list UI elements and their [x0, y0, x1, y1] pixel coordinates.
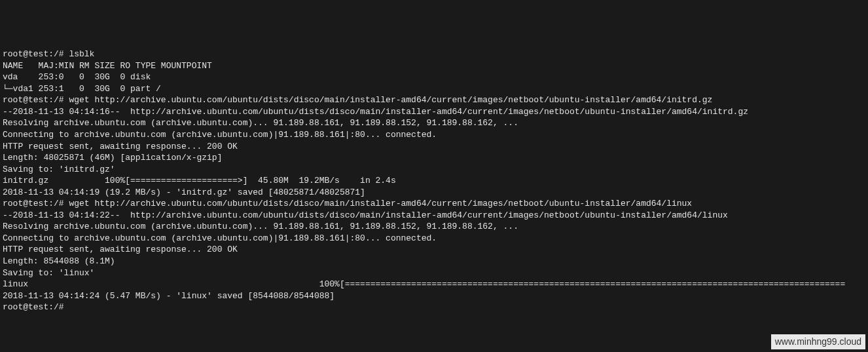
terminal-line: HTTP request sent, awaiting response... …: [3, 141, 865, 153]
terminal-line: └─vda1 253:1 0 30G 0 part /: [3, 83, 865, 95]
terminal-line: Saving to: 'initrd.gz': [3, 164, 865, 176]
terminal-line: root@test:/# wget http://archive.ubuntu.…: [3, 94, 865, 106]
terminal-line: root@test:/# lsblk: [3, 49, 865, 60]
terminal-line: Resolving archive.ubuntu.com (archive.ub…: [3, 117, 865, 129]
terminal-line: Length: 8544088 (8.1M): [3, 256, 865, 267]
terminal-line: Saving to: 'linux': [3, 267, 865, 279]
terminal-line: Connecting to archive.ubuntu.com (archiv…: [3, 129, 865, 141]
terminal-output[interactable]: root@test:/# lsblkNAME MAJ:MIN RM SIZE R…: [3, 49, 865, 313]
watermark-label: www.minhng99.cloud: [771, 334, 865, 349]
terminal-line: HTTP request sent, awaiting response... …: [3, 244, 865, 256]
terminal-line: Length: 48025871 (46M) [application/x-gz…: [3, 152, 865, 164]
terminal-line: --2018-11-13 04:14:22-- http://archive.u…: [3, 210, 865, 222]
terminal-line: root@test:/#: [3, 302, 865, 313]
terminal-line: vda 253:0 0 30G 0 disk: [3, 71, 865, 83]
terminal-line: root@test:/# wget http://archive.ubuntu.…: [3, 198, 865, 210]
terminal-line: initrd.gz 100%[=====================>] 4…: [3, 175, 865, 187]
terminal-line: --2018-11-13 04:14:16-- http://archive.u…: [3, 106, 865, 118]
terminal-line: NAME MAJ:MIN RM SIZE RO TYPE MOUNTPOINT: [3, 60, 865, 72]
terminal-line: linux 100%[=============================…: [3, 279, 865, 290]
terminal-line: Resolving archive.ubuntu.com (archive.ub…: [3, 221, 865, 233]
terminal-line: Connecting to archive.ubuntu.com (archiv…: [3, 233, 865, 244]
terminal-line: 2018-11-13 04:14:24 (5.47 MB/s) - 'linux…: [3, 290, 865, 302]
terminal-line: 2018-11-13 04:14:19 (19.2 MB/s) - 'initr…: [3, 187, 865, 199]
